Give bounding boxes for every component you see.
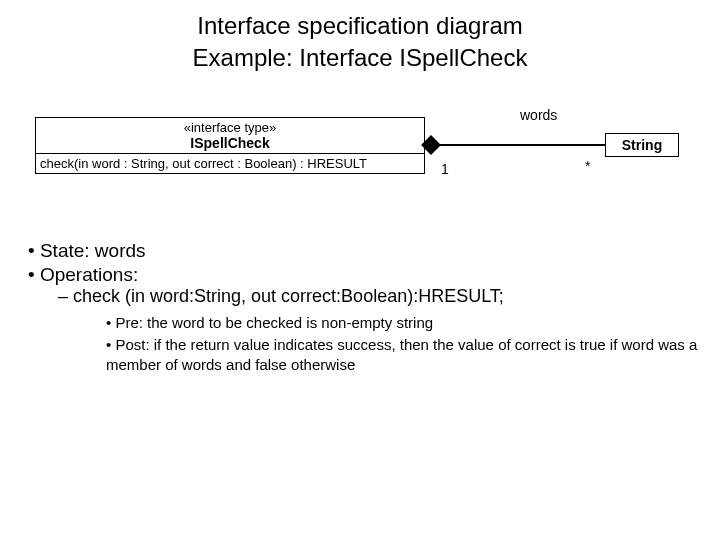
- association-role-name: words: [520, 107, 557, 123]
- uml-class-string: String: [605, 133, 679, 157]
- slide-title: Interface specification diagram Example:…: [0, 0, 720, 75]
- bullet-content: State: words Operations: check (in word:…: [28, 240, 720, 376]
- title-line-1: Interface specification diagram: [0, 10, 720, 42]
- bullet-precondition: Pre: the word to be checked is non-empty…: [106, 313, 720, 333]
- uml-diagram: «interface type» ISpellCheck check(in wo…: [20, 105, 700, 205]
- bullet-op-signature: check (in word:String, out correct:Boole…: [58, 286, 720, 376]
- bullet-state: State: words: [28, 240, 720, 262]
- multiplicity-far: *: [585, 158, 590, 174]
- uml-interface-name: ISpellCheck: [42, 135, 418, 151]
- bullet-operations: Operations: check (in word:String, out c…: [28, 264, 720, 376]
- uml-interface-ispellcheck: «interface type» ISpellCheck check(in wo…: [35, 117, 425, 174]
- title-line-2: Example: Interface ISpellCheck: [0, 42, 720, 74]
- uml-stereotype: «interface type»: [42, 120, 418, 135]
- uml-operations-compartment: check(in word : String, out correct : Bo…: [36, 153, 424, 173]
- bullet-postcondition: Post: if the return value indicates succ…: [106, 335, 720, 376]
- association-line: [425, 144, 605, 146]
- uml-name-compartment: «interface type» ISpellCheck: [36, 118, 424, 153]
- multiplicity-near: 1: [441, 161, 449, 177]
- op-signature-text: check (in word:String, out correct:Boole…: [73, 286, 504, 306]
- operations-label: Operations:: [40, 264, 138, 285]
